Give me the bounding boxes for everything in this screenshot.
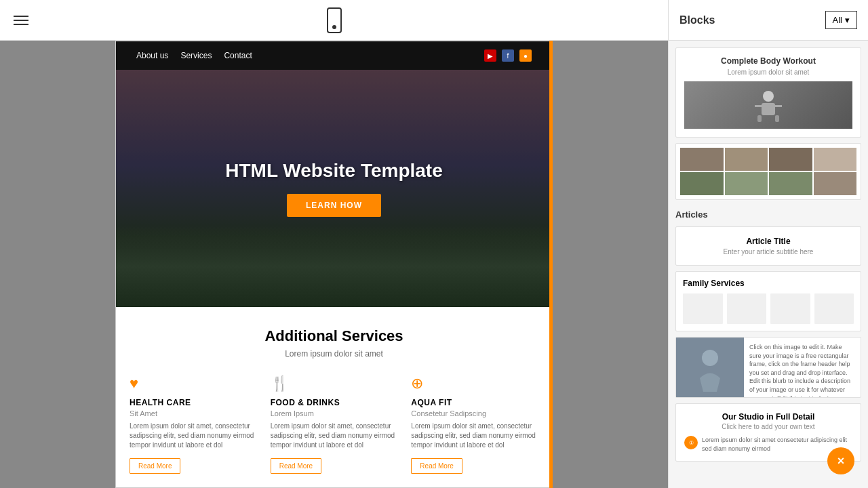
svg-point-7 — [702, 350, 718, 366]
family-col-3 — [770, 293, 810, 324]
phone-icon — [327, 7, 342, 33]
mobile-preview-button[interactable] — [327, 7, 342, 33]
services-section-subtitle: Lorem ipsum dolor sit amet — [130, 349, 538, 359]
service-card-aqua: ⊕ AQUA FIT Consetetur Sadipscing Lorem i… — [411, 375, 538, 474]
family-col-1 — [683, 293, 723, 324]
nav-services[interactable]: Services — [180, 51, 212, 60]
article-subtitle-label: Enter your article subtitle here — [686, 248, 851, 256]
family-col-2 — [727, 293, 767, 324]
editor-area: About us Services Contact ▶ f ● HTML Web… — [0, 0, 668, 488]
article-title-label: Article Title — [686, 237, 851, 246]
heart-icon: ♥ — [130, 375, 257, 392]
service-card-health: ♥ HEALTH CARE Sit Amet Lorem ipsum dolor… — [130, 375, 257, 474]
svg-rect-4 — [757, 115, 762, 122]
service-readmore-health[interactable]: Read More — [130, 458, 180, 474]
svg-rect-3 — [775, 105, 782, 107]
articles-section-label: Articles — [675, 205, 861, 221]
rss-icon[interactable]: ● — [519, 49, 532, 62]
block-image-workout — [684, 81, 852, 129]
panel-header: Blocks All ▾ — [669, 0, 868, 41]
service-name-aqua: AQUA FIT — [411, 398, 538, 407]
yoga-text: Click on this image to edit it. Make sur… — [744, 338, 861, 397]
canvas-border — [549, 41, 553, 488]
block-complete-body-workout[interactable]: Complete Body Workout Lorem ipsum dolor … — [675, 47, 861, 138]
nav-about[interactable]: About us — [136, 51, 168, 60]
yoga-image — [676, 338, 744, 397]
right-panel: Blocks All ▾ Complete Body Workout Lorem… — [668, 0, 868, 488]
family-col-4 — [814, 293, 854, 324]
nav-social-icons: ▶ f ● — [484, 49, 532, 62]
nav-contact[interactable]: Contact — [224, 51, 252, 60]
lifesaver-icon: ⊕ — [411, 375, 538, 392]
svg-rect-1 — [762, 103, 775, 115]
grid-cell-2 — [725, 148, 768, 171]
block-title-workout: Complete Body Workout — [684, 56, 852, 66]
panel-content[interactable]: Complete Body Workout Lorem ipsum dolor … — [669, 41, 868, 488]
studio-icon: ① — [684, 436, 698, 449]
close-panel-button[interactable]: × — [827, 447, 854, 474]
block-family-services[interactable]: Family Services — [675, 271, 861, 331]
services-section-title: Additional Services — [130, 327, 538, 345]
service-sub-health: Sit Amet — [130, 409, 257, 418]
service-desc-aqua: Lorem ipsum dolor sit amet, consectetur … — [411, 422, 538, 450]
grid-cell-3 — [769, 148, 812, 171]
grid-cell-6 — [725, 172, 768, 195]
grid-cell-8 — [814, 172, 857, 195]
block-yoga-image[interactable]: Click on this image to edit it. Make sur… — [675, 337, 861, 398]
canvas-container: About us Services Contact ▶ f ● HTML Web… — [115, 41, 553, 488]
yoga-illustration — [676, 338, 744, 398]
nav-links: About us Services Contact — [136, 51, 252, 60]
block-article-title[interactable]: Article Title Enter your article subtitl… — [675, 226, 861, 266]
youtube-icon[interactable]: ▶ — [484, 49, 496, 62]
grid-cell-7 — [769, 172, 812, 195]
service-desc-health: Lorem ipsum dolor sit amet, consectetur … — [130, 422, 257, 450]
service-name-health: HEALTH CARE — [130, 398, 257, 407]
block-sub-workout: Lorem ipsum dolor sit amet — [684, 68, 852, 76]
hero-content: HTML Website Template LEARN HOW — [225, 160, 443, 217]
service-sub-aqua: Consetetur Sadipscing — [411, 409, 538, 418]
service-desc-food: Lorem ipsum dolor sit amet, consectetur … — [271, 422, 398, 450]
svg-rect-2 — [755, 105, 762, 107]
services-grid: ♥ HEALTH CARE Sit Amet Lorem ipsum dolor… — [130, 375, 538, 474]
grid-cell-1 — [680, 148, 724, 171]
block-photo-grid[interactable] — [675, 143, 861, 200]
hero-learn-how-button[interactable]: LEARN HOW — [287, 194, 381, 217]
family-columns — [683, 293, 854, 324]
service-readmore-food[interactable]: Read More — [271, 458, 321, 474]
studio-text: Lorem ipsum dolor sit amet consectetur a… — [702, 436, 852, 453]
hero-section: HTML Website Template LEARN HOW — [116, 70, 552, 307]
fork-icon: 🍴 — [271, 375, 398, 392]
service-name-food: FOOD & DRINKS — [271, 398, 398, 407]
studio-content: ① Lorem ipsum dolor sit amet consectetur… — [684, 436, 852, 453]
top-toolbar — [0, 0, 668, 41]
service-card-food: 🍴 FOOD & DRINKS Lorem Ipsum Lorem ipsum … — [271, 375, 398, 474]
service-sub-food: Lorem Ipsum — [271, 409, 398, 418]
hamburger-menu[interactable] — [14, 16, 28, 25]
chevron-down-icon: ▾ — [845, 15, 850, 25]
grid-cell-4 — [814, 148, 857, 171]
hero-title: HTML Website Template — [225, 160, 443, 182]
website-canvas: About us Services Contact ▶ f ● HTML Web… — [115, 41, 553, 488]
family-services-title: Family Services — [683, 279, 854, 288]
hero-trees — [116, 226, 552, 307]
site-nav: About us Services Contact ▶ f ● — [116, 41, 552, 70]
svg-rect-5 — [775, 115, 779, 122]
studio-subtitle: Click here to add your own text — [684, 423, 852, 430]
fitness-illustration — [748, 88, 789, 122]
grid-image — [680, 148, 856, 195]
facebook-icon[interactable]: f — [502, 49, 514, 62]
services-section: Additional Services Lorem ipsum dolor si… — [116, 307, 552, 488]
service-readmore-aqua[interactable]: Read More — [411, 458, 462, 474]
studio-title: Our Studio in Full Detail — [684, 412, 852, 422]
grid-cell-5 — [680, 172, 724, 195]
svg-point-0 — [763, 91, 774, 102]
all-dropdown[interactable]: All ▾ — [825, 11, 857, 29]
panel-title: Blocks — [679, 14, 715, 26]
